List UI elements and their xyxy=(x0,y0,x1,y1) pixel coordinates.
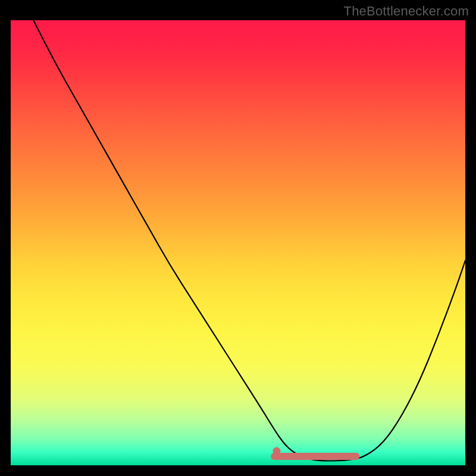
marker-dot-icon xyxy=(273,447,280,455)
chart-container: TheBottlenecker.com xyxy=(0,0,476,476)
bottleneck-curve xyxy=(33,20,465,461)
watermark-text: TheBottlenecker.com xyxy=(344,4,469,19)
plot-area xyxy=(11,20,465,465)
chart-svg xyxy=(11,20,465,465)
